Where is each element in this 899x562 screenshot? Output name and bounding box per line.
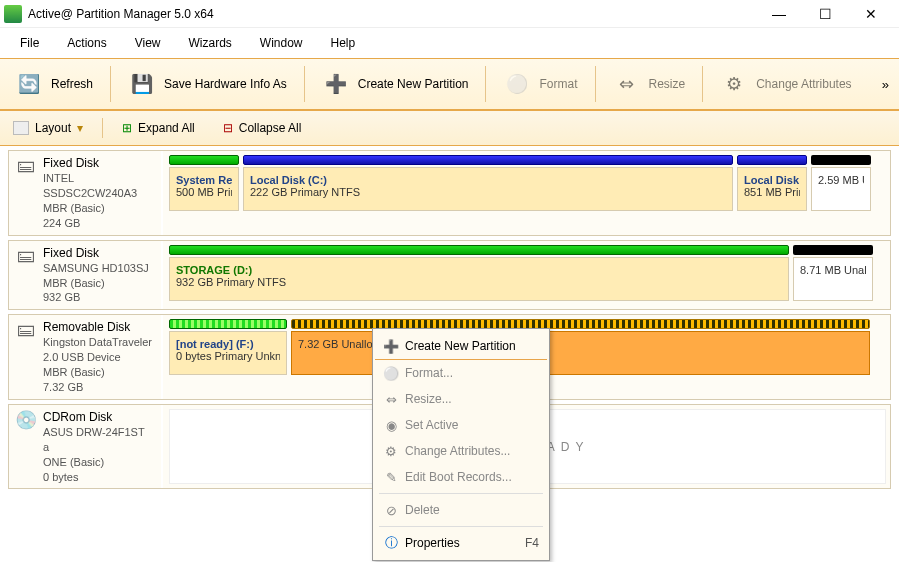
context-menu: ➕ Create New Partition ⚪ Format... ⇔ Res… — [372, 328, 550, 561]
partition[interactable]: STORAGE (D:)932 GB Primary NTFS — [169, 245, 789, 306]
ctx-edit-boot-records: ✎ Edit Boot Records... — [375, 464, 547, 490]
partition-sub: 222 GB Primary NTFS — [250, 186, 726, 198]
resize-label: Resize — [649, 77, 686, 91]
minimize-button[interactable]: — — [763, 3, 795, 25]
partition-sub: 8.71 MB Unallo — [800, 264, 866, 276]
create-new-partition-button[interactable]: ➕ Create New Partition — [311, 65, 480, 103]
maximize-button[interactable]: ☐ — [809, 3, 841, 25]
partition[interactable]: Local Disk (851 MB Prin — [737, 155, 807, 231]
ctx-editboot-label: Edit Boot Records... — [405, 470, 512, 484]
layout-label: Layout — [35, 121, 71, 135]
format-icon: ⚪ — [503, 70, 531, 98]
resize-button: ⇔ Resize — [602, 65, 697, 103]
partition-usage-bar — [811, 155, 871, 165]
partition-area: System Re500 MB PrinLocal Disk (C:)222 G… — [163, 151, 890, 235]
ctx-resize: ⇔ Resize... — [375, 386, 547, 412]
save-icon: 💾 — [128, 70, 156, 98]
disk-info[interactable]: 🖴Removable DiskKingston DataTraveler2.0 … — [9, 315, 163, 399]
menu-window[interactable]: Window — [246, 32, 317, 54]
menubar: File Actions View Wizards Window Help — [0, 28, 899, 59]
info-icon: ⓘ — [383, 535, 399, 551]
partition-cell[interactable]: [not ready] (F:)0 bytes Primary Unkn — [169, 331, 287, 375]
disk-row: 🖴Fixed DiskSAMSUNG HD103SJMBR (Basic)932… — [8, 240, 891, 311]
disk-text: Fixed DiskINTELSSDSC2CW240A3MBR (Basic)2… — [43, 155, 137, 231]
partition-title: Local Disk ( — [744, 174, 800, 186]
disk-info[interactable]: 🖴Fixed DiskINTELSSDSC2CW240A3MBR (Basic)… — [9, 151, 163, 235]
ctx-properties[interactable]: ⓘ Properties F4 — [375, 530, 547, 556]
partition[interactable]: System Re500 MB Prin — [169, 155, 239, 231]
partition[interactable]: 2.59 MB Un — [811, 155, 871, 231]
partition[interactable]: [not ready] (F:)0 bytes Primary Unkn — [169, 319, 287, 395]
toolbar-separator — [110, 66, 111, 102]
disk-info[interactable]: 💿CDRom DiskASUS DRW-24F1STaONE (Basic)0 … — [9, 405, 163, 489]
partition-usage-bar — [737, 155, 807, 165]
toolbar-separator — [485, 66, 486, 102]
expand-label: Expand All — [138, 121, 195, 135]
partition-cell[interactable]: 8.71 MB Unallo — [793, 257, 873, 301]
ctx-separator — [379, 493, 543, 494]
disk-icon: 💿 — [15, 409, 37, 485]
subbar: Layout ▾ ⊞ Expand All ⊟ Collapse All — [0, 111, 899, 146]
delete-icon: ⊘ — [383, 502, 399, 518]
partition-usage-bar — [793, 245, 873, 255]
resize-icon: ⇔ — [383, 391, 399, 407]
refresh-label: Refresh — [51, 77, 93, 91]
ctx-delete-label: Delete — [405, 503, 440, 517]
partition-usage-bar — [169, 155, 239, 165]
menu-file[interactable]: File — [6, 32, 53, 54]
close-button[interactable]: ✕ — [855, 3, 887, 25]
menu-wizards[interactable]: Wizards — [175, 32, 246, 54]
format-icon: ⚪ — [383, 365, 399, 381]
disk-icon: 🖴 — [15, 319, 37, 395]
app-icon — [4, 5, 22, 23]
save-hardware-info-button[interactable]: 💾 Save Hardware Info As — [117, 65, 298, 103]
ctx-format: ⚪ Format... — [375, 360, 547, 386]
collapse-label: Collapse All — [239, 121, 302, 135]
subbar-separator — [102, 118, 103, 138]
disk-icon: 🖴 — [15, 155, 37, 231]
ctx-create-new-partition[interactable]: ➕ Create New Partition — [375, 333, 547, 360]
create-partition-icon: ➕ — [383, 338, 399, 354]
partition-cell[interactable]: 2.59 MB Un — [811, 167, 871, 211]
partition-cell[interactable]: Local Disk (C:)222 GB Primary NTFS — [243, 167, 733, 211]
disk-info[interactable]: 🖴Fixed DiskSAMSUNG HD103SJMBR (Basic)932… — [9, 241, 163, 310]
disk-text: Removable DiskKingston DataTraveler2.0 U… — [43, 319, 152, 395]
ctx-set-active: ◉ Set Active — [375, 412, 547, 438]
menu-view[interactable]: View — [121, 32, 175, 54]
disk-row: 🖴Fixed DiskINTELSSDSC2CW240A3MBR (Basic)… — [8, 150, 891, 236]
layout-dropdown[interactable]: Layout ▾ — [4, 117, 92, 139]
toolbar-separator — [304, 66, 305, 102]
menu-help[interactable]: Help — [317, 32, 370, 54]
attributes-icon: ⚙ — [383, 443, 399, 459]
ctx-setactive-label: Set Active — [405, 418, 458, 432]
partition-cell[interactable]: STORAGE (D:)932 GB Primary NTFS — [169, 257, 789, 301]
partition-title: Local Disk (C:) — [250, 174, 726, 186]
partition[interactable]: 8.71 MB Unallo — [793, 245, 873, 306]
partition-cell[interactable]: Local Disk (851 MB Prin — [737, 167, 807, 211]
change-attributes-button: ⚙ Change Attributes — [709, 65, 862, 103]
titlebar: Active@ Partition Manager 5.0 x64 — ☐ ✕ — [0, 0, 899, 28]
partition-usage-bar — [169, 319, 287, 329]
refresh-button[interactable]: 🔄 Refresh — [4, 65, 104, 103]
expand-all-button[interactable]: ⊞ Expand All — [113, 117, 204, 139]
create-part-label: Create New Partition — [358, 77, 469, 91]
layout-icon — [13, 121, 29, 135]
partition-cell[interactable]: System Re500 MB Prin — [169, 167, 239, 211]
save-hw-label: Save Hardware Info As — [164, 77, 287, 91]
window-title: Active@ Partition Manager 5.0 x64 — [28, 7, 755, 21]
partition[interactable]: Local Disk (C:)222 GB Primary NTFS — [243, 155, 733, 231]
collapse-all-button[interactable]: ⊟ Collapse All — [214, 117, 311, 139]
partition-title: System Re — [176, 174, 232, 186]
change-attr-label: Change Attributes — [756, 77, 851, 91]
create-partition-icon: ➕ — [322, 70, 350, 98]
refresh-icon: 🔄 — [15, 70, 43, 98]
partition-sub: 500 MB Prin — [176, 186, 232, 198]
ctx-separator — [379, 526, 543, 527]
expand-icon: ⊞ — [122, 121, 132, 135]
disk-text: CDRom DiskASUS DRW-24F1STaONE (Basic)0 b… — [43, 409, 145, 485]
disk-icon: 🖴 — [15, 245, 37, 306]
menu-actions[interactable]: Actions — [53, 32, 120, 54]
partition-sub: 0 bytes Primary Unkn — [176, 350, 280, 362]
toolbar-overflow[interactable]: » — [876, 77, 895, 92]
toolbar-separator — [702, 66, 703, 102]
